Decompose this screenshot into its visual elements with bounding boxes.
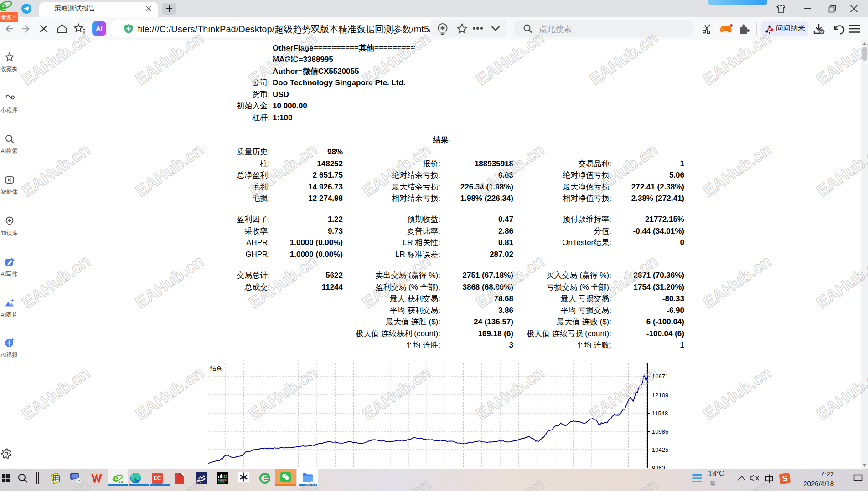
svg-text:e: e [113, 472, 118, 484]
svg-text:Global: Global [218, 481, 225, 483]
